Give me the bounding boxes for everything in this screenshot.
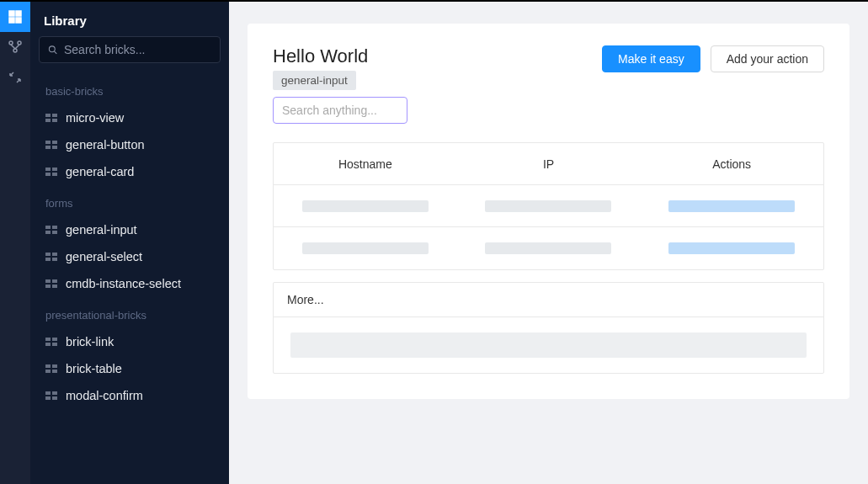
th-ip: IP (457, 157, 641, 171)
svg-point-6 (13, 49, 17, 52)
primary-button[interactable]: Make it easy (602, 45, 700, 72)
svg-rect-20 (45, 226, 51, 229)
sidebar-search-input[interactable] (64, 43, 211, 56)
table-row (274, 227, 823, 269)
svg-rect-27 (52, 258, 57, 261)
svg-rect-18 (45, 173, 51, 176)
sidebar-item-label: general-button (66, 138, 145, 152)
rail-library-icon[interactable] (0, 2, 30, 32)
svg-rect-32 (45, 338, 51, 341)
sidebar-item-brick-table[interactable]: brick-table (30, 355, 229, 382)
table-header: Hostname IP Actions (274, 143, 823, 185)
svg-rect-15 (52, 146, 57, 149)
svg-rect-12 (45, 141, 51, 144)
svg-rect-23 (52, 231, 57, 234)
rail-collapse-icon[interactable] (0, 62, 30, 93)
svg-rect-37 (52, 364, 57, 368)
svg-rect-1 (16, 11, 21, 16)
svg-rect-36 (45, 364, 51, 368)
title-block: Hello World general-input (273, 45, 407, 124)
svg-rect-41 (52, 391, 57, 395)
group-forms: forms (30, 185, 229, 216)
svg-rect-26 (45, 258, 51, 261)
content-card: Hello World general-input Make it easy A… (248, 24, 849, 399)
sidebar-item-label: cmdb-instance-select (66, 277, 181, 290)
svg-rect-9 (52, 114, 57, 117)
svg-rect-17 (52, 168, 57, 171)
more-panel: More... (273, 282, 824, 374)
svg-rect-25 (52, 253, 57, 256)
svg-rect-30 (45, 285, 51, 288)
svg-rect-24 (45, 253, 51, 256)
sidebar-title: Library (30, 2, 229, 36)
brick-icon (45, 364, 57, 373)
search-anything-input[interactable] (273, 97, 407, 124)
svg-rect-0 (9, 11, 14, 16)
svg-point-4 (9, 41, 13, 45)
th-hostname: Hostname (274, 157, 457, 171)
svg-rect-3 (16, 18, 21, 23)
more-body (274, 317, 823, 373)
group-presentational-bricks: presentational-bricks (30, 297, 229, 328)
table: Hostname IP Actions (274, 143, 823, 269)
sidebar-search-wrap (30, 36, 229, 73)
svg-rect-43 (52, 396, 57, 400)
brick-icon (45, 114, 57, 122)
sidebar-item-general-select[interactable]: general-select (30, 243, 229, 270)
svg-rect-42 (45, 396, 51, 400)
sidebar-item-general-button[interactable]: general-button (30, 131, 229, 158)
svg-rect-38 (45, 370, 51, 373)
svg-point-5 (18, 41, 21, 45)
more-title[interactable]: More... (274, 283, 823, 317)
brick-icon (45, 279, 57, 288)
brick-icon (45, 226, 57, 234)
svg-rect-2 (9, 18, 14, 23)
skeleton-action[interactable] (668, 200, 795, 212)
skeleton-cell (485, 242, 611, 254)
svg-rect-8 (45, 114, 51, 117)
sidebar-item-label: general-card (66, 165, 134, 178)
svg-rect-28 (45, 279, 51, 283)
table-panel: Hostname IP Actions (273, 142, 824, 270)
sidebar-item-label: brick-link (66, 335, 114, 348)
sidebar-item-general-input[interactable]: general-input (30, 216, 229, 243)
secondary-button[interactable]: Add your action (711, 45, 824, 72)
skeleton-cell (485, 200, 611, 212)
sidebar-item-label: general-select (66, 250, 142, 263)
brick-icon (45, 141, 57, 149)
sidebar-item-general-card[interactable]: general-card (30, 158, 229, 185)
svg-rect-40 (45, 391, 51, 395)
sidebar: Library basic-bricks micro-view general-… (30, 2, 229, 484)
svg-rect-39 (52, 370, 57, 373)
svg-rect-31 (52, 285, 57, 288)
svg-rect-10 (45, 119, 51, 122)
brick-icon (45, 253, 57, 261)
svg-rect-22 (45, 231, 51, 234)
sidebar-item-label: modal-confirm (66, 389, 143, 402)
sidebar-item-brick-link[interactable]: brick-link (30, 328, 229, 355)
sidebar-item-modal-confirm[interactable]: modal-confirm (30, 382, 229, 409)
sidebar-item-label: general-input (66, 223, 137, 237)
brick-tag: general-input (273, 71, 356, 90)
brick-icon (45, 168, 57, 176)
sidebar-item-label: micro-view (66, 111, 124, 125)
brick-icon (45, 338, 57, 346)
sidebar-item-cmdb-instance-select[interactable]: cmdb-instance-select (30, 270, 229, 297)
sidebar-search[interactable] (39, 36, 221, 63)
table-row (274, 185, 823, 227)
svg-rect-16 (45, 168, 51, 171)
svg-rect-35 (52, 343, 57, 346)
rail-tree-icon[interactable] (0, 32, 30, 62)
sidebar-item-micro-view[interactable]: micro-view (30, 104, 229, 131)
svg-rect-33 (52, 338, 57, 341)
svg-rect-19 (52, 173, 57, 176)
svg-rect-14 (45, 146, 51, 149)
skeleton-cell (302, 200, 429, 212)
svg-point-7 (49, 46, 55, 52)
page-title: Hello World (273, 45, 407, 67)
header-buttons: Make it easy Add your action (602, 45, 824, 72)
group-basic-bricks: basic-bricks (30, 73, 229, 104)
icon-rail (0, 2, 30, 484)
skeleton-action[interactable] (668, 242, 795, 254)
svg-rect-34 (45, 343, 51, 346)
